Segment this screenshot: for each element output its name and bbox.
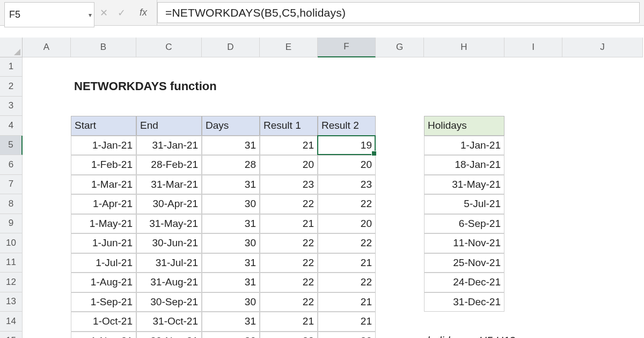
cell-D8[interactable]: 30 [202,194,260,214]
cell-B8[interactable]: 1-Apr-21 [71,194,136,214]
chevron-down-icon[interactable]: ▾ [89,11,92,19]
cell-A13[interactable] [23,292,71,312]
cell-F6[interactable]: 20 [318,155,376,175]
row-head-7[interactable]: 7 [0,175,23,195]
cell-A3[interactable] [23,97,71,116]
cell-B4[interactable]: Start [71,116,136,136]
cell-A15[interactable] [23,332,71,339]
select-all-corner[interactable] [0,38,23,57]
col-head-I[interactable]: I [504,38,562,57]
cell-E4[interactable]: Result 1 [260,116,318,136]
spreadsheet-grid[interactable]: ABCDEFGHIJ12NETWORKDAYS function34StartE… [0,38,644,338]
cell-G1[interactable] [376,57,424,77]
cell-F4[interactable]: Result 2 [318,116,376,136]
cell-D13[interactable]: 30 [202,292,260,312]
cell-J13[interactable] [562,292,643,312]
cell-F14[interactable]: 21 [318,312,376,332]
cell-I8[interactable] [504,194,562,214]
cell-F9[interactable]: 20 [318,214,376,234]
cell-H2[interactable] [424,77,504,97]
row-head-4[interactable]: 4 [0,116,23,136]
cell-E7[interactable]: 23 [260,175,318,195]
cell-J6[interactable] [562,155,643,175]
cell-E2[interactable] [260,77,318,97]
cell-J9[interactable] [562,214,643,234]
cell-H13[interactable]: 31-Dec-21 [424,292,504,312]
cell-I4[interactable] [504,116,562,136]
enter-icon[interactable]: ✓ [118,7,126,19]
cell-B7[interactable]: 1-Mar-21 [71,175,136,195]
cell-G15[interactable] [376,332,424,339]
cell-H5[interactable]: 1-Jan-21 [424,136,504,156]
cell-B2[interactable]: NETWORKDAYS function [71,77,136,97]
cell-G7[interactable] [376,175,424,195]
row-head-8[interactable]: 8 [0,194,23,214]
cell-B1[interactable] [71,57,136,77]
cell-G4[interactable] [376,116,424,136]
col-head-H[interactable]: H [424,38,504,57]
cell-E11[interactable]: 22 [260,253,318,273]
cell-G14[interactable] [376,312,424,332]
row-head-2[interactable]: 2 [0,77,23,97]
col-head-G[interactable]: G [376,38,424,57]
cell-J4[interactable] [562,116,643,136]
cell-C14[interactable]: 31-Oct-21 [136,312,202,332]
cell-D7[interactable]: 31 [202,175,260,195]
cell-G5[interactable] [376,136,424,156]
cell-A5[interactable] [23,136,71,156]
cell-B13[interactable]: 1-Sep-21 [71,292,136,312]
col-head-D[interactable]: D [202,38,260,57]
cell-I14[interactable] [504,312,562,332]
cell-A6[interactable] [23,155,71,175]
cell-C7[interactable]: 31-Mar-21 [136,175,202,195]
col-head-E[interactable]: E [260,38,318,57]
cell-J10[interactable] [562,233,643,253]
cell-C12[interactable]: 31-Aug-21 [136,273,202,292]
row-head-1[interactable]: 1 [0,57,23,77]
cell-J5[interactable] [562,136,643,156]
cell-J12[interactable] [562,273,643,292]
cell-D15[interactable]: 30 [202,332,260,339]
cell-E14[interactable]: 21 [260,312,318,332]
cell-D10[interactable]: 30 [202,233,260,253]
cell-H14[interactable] [424,312,504,332]
cell-H7[interactable]: 31-May-21 [424,175,504,195]
cancel-icon[interactable]: ✕ [100,7,108,19]
cell-B12[interactable]: 1-Aug-21 [71,273,136,292]
cell-E9[interactable]: 21 [260,214,318,234]
cell-E6[interactable]: 20 [260,155,318,175]
cell-H12[interactable]: 24-Dec-21 [424,273,504,292]
cell-J15[interactable] [562,332,643,339]
cell-I1[interactable] [504,57,562,77]
cell-I6[interactable] [504,155,562,175]
cell-E8[interactable]: 22 [260,194,318,214]
cell-F8[interactable]: 22 [318,194,376,214]
cell-I7[interactable] [504,175,562,195]
cell-B15[interactable]: 1-Nov-21 [71,332,136,339]
cell-H9[interactable]: 6-Sep-21 [424,214,504,234]
cell-J2[interactable] [562,77,643,97]
cell-F15[interactable]: 20 [318,332,376,339]
cell-F11[interactable]: 21 [318,253,376,273]
cell-A7[interactable] [23,175,71,195]
cell-I10[interactable] [504,233,562,253]
cell-E13[interactable]: 22 [260,292,318,312]
cell-D6[interactable]: 28 [202,155,260,175]
cell-E5[interactable]: 21 [260,136,318,156]
row-head-3[interactable]: 3 [0,97,23,116]
cell-H10[interactable]: 11-Nov-21 [424,233,504,253]
cell-C6[interactable]: 28-Feb-21 [136,155,202,175]
cell-H3[interactable] [424,97,504,116]
cell-D9[interactable]: 31 [202,214,260,234]
cell-D12[interactable]: 31 [202,273,260,292]
formula-input[interactable]: =NETWORKDAYS(B5,C5,holidays) [157,2,640,23]
cell-E10[interactable]: 22 [260,233,318,253]
col-head-J[interactable]: J [562,38,643,57]
cell-G13[interactable] [376,292,424,312]
cell-F1[interactable] [318,57,376,77]
cell-I12[interactable] [504,273,562,292]
cell-A14[interactable] [23,312,71,332]
cell-C3[interactable] [136,97,202,116]
row-head-6[interactable]: 6 [0,155,23,175]
cell-C10[interactable]: 30-Jun-21 [136,233,202,253]
